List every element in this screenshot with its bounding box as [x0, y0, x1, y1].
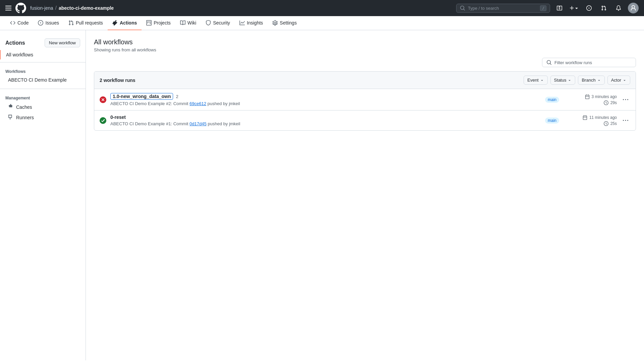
issue-icon: [38, 20, 43, 26]
more-options-button-1[interactable]: [621, 95, 630, 104]
check-circle-icon: [100, 117, 106, 124]
filter-search-icon: [546, 60, 552, 65]
ellipsis-icon: [623, 97, 628, 102]
status-filter-button[interactable]: Status: [550, 76, 576, 85]
tab-insights[interactable]: Insights: [235, 16, 268, 30]
workflow-count: 2 workflow runs: [100, 78, 136, 83]
time-ago-label-2: 11 minutes ago: [589, 115, 617, 120]
sidebar-management-title: Management: [0, 93, 86, 102]
runners-label: Runners: [16, 115, 34, 120]
workflow-run-info: 0-reset ABECTO CI Demo Example #1: Commi…: [110, 115, 541, 126]
projects-icon: [146, 20, 152, 26]
repo-tabs: Code Issues Pull requests Actions Projec…: [0, 16, 644, 30]
tab-settings-label: Settings: [280, 20, 297, 26]
sidebar-item-all-workflows[interactable]: All workflows: [0, 50, 86, 59]
pr-icon: [68, 20, 74, 26]
duration-label: 29s: [610, 100, 617, 105]
actor-filter-button[interactable]: Actor: [607, 76, 630, 85]
tab-actions[interactable]: Actions: [108, 16, 142, 30]
workflow-duration: 29s: [604, 100, 617, 105]
all-workflows-label: All workflows: [6, 52, 33, 57]
github-logo[interactable]: [15, 3, 26, 13]
search-keyboard-shortcut: /: [540, 5, 546, 11]
branch-filter-label: Branch: [582, 78, 595, 83]
hamburger-menu[interactable]: [5, 6, 11, 10]
tab-actions-label: Actions: [120, 20, 137, 26]
commit-hash-link[interactable]: 69ce612: [190, 101, 206, 106]
more-options-button-2[interactable]: [621, 116, 630, 125]
main-content: All workflows Showing runs from all work…: [86, 30, 644, 360]
commit-label-2: Commit: [173, 121, 190, 126]
branch-filter-button[interactable]: Branch: [578, 76, 604, 85]
ellipsis-icon-2: [623, 118, 628, 123]
tab-wiki[interactable]: Wiki: [175, 16, 201, 30]
workflow-run-description: ABECTO CI Demo Example #2: Commit 69ce61…: [110, 101, 240, 106]
page-title: All workflows: [94, 38, 636, 46]
tab-settings[interactable]: Settings: [268, 16, 302, 30]
tab-security[interactable]: Security: [201, 16, 235, 30]
pushed-by: pushed by jmkeil: [208, 101, 240, 106]
tab-issues[interactable]: Issues: [33, 16, 63, 30]
commit-hash-link-2[interactable]: 0d17d45: [190, 121, 207, 126]
tab-wiki-label: Wiki: [187, 20, 196, 26]
tab-code-label: Code: [17, 20, 29, 26]
terminal-button[interactable]: [554, 3, 565, 13]
tab-projects[interactable]: Projects: [142, 16, 175, 30]
x-circle-icon: [100, 96, 106, 103]
new-workflow-button[interactable]: New workflow: [45, 38, 80, 47]
caches-label: Caches: [16, 104, 32, 110]
issues-nav-button[interactable]: [584, 3, 594, 13]
filter-search-input[interactable]: Filter workflow runs: [542, 58, 636, 67]
sidebar-item-runners[interactable]: Runners: [3, 112, 83, 123]
workflow-time-ago: 3 minutes ago: [585, 94, 617, 99]
wiki-icon: [180, 20, 185, 26]
workflow-run-subtitle: ABECTO CI Demo Example #2: Commit 69ce61…: [110, 101, 541, 106]
tab-code[interactable]: Code: [5, 16, 33, 30]
tab-pull-requests[interactable]: Pull requests: [64, 16, 108, 30]
workflow-run-description-2: ABECTO CI Demo Example #1: Commit 0d17d4…: [110, 121, 240, 126]
status-filter-label: Status: [554, 78, 567, 83]
workflow-run-name[interactable]: 1.0-new_wrong_data_own: [110, 93, 173, 100]
issue-nav-icon: [586, 5, 592, 11]
status-success-icon: [100, 117, 106, 124]
workflow-duration-2: 25s: [604, 121, 617, 126]
notifications-button[interactable]: [613, 3, 624, 13]
pr-nav-icon: [601, 5, 606, 11]
settings-icon: [272, 20, 278, 26]
event-filter-label: Event: [527, 78, 538, 83]
cache-icon: [8, 104, 13, 110]
top-nav: fusion-jena / abecto-ci-demo-example Typ…: [0, 0, 644, 16]
branch-badge-2[interactable]: main: [545, 118, 559, 124]
repo-name[interactable]: abecto-ci-demo-example: [59, 5, 114, 11]
workflow-table-header: 2 workflow runs Event Status: [94, 72, 636, 89]
breadcrumb-separator: /: [55, 5, 57, 11]
tab-insights-label: Insights: [247, 20, 263, 26]
global-search[interactable]: Type / to search /: [456, 4, 550, 13]
sidebar-divider-1: [0, 62, 86, 62]
event-filter-button[interactable]: Event: [524, 76, 547, 85]
calendar-icon-2: [583, 115, 587, 120]
pr-nav-button[interactable]: [598, 3, 609, 13]
table-row: 0-reset ABECTO CI Demo Example #1: Commi…: [94, 110, 636, 130]
workflow-run-info: 1.0-new_wrong_data_own 2 ABECTO CI Demo …: [110, 93, 541, 106]
workflow-run-number: 2: [176, 94, 178, 99]
bell-icon: [616, 5, 621, 11]
sidebar-item-caches[interactable]: Caches: [3, 102, 83, 112]
sidebar: Actions New workflow All workflows Workf…: [0, 30, 86, 360]
security-icon: [206, 20, 211, 26]
filter-buttons: Event Status Branch: [524, 76, 630, 85]
sidebar-workflows-title: Workflows: [0, 66, 86, 75]
branch-badge[interactable]: main: [545, 97, 559, 103]
runner-icon: [8, 114, 13, 121]
avatar[interactable]: [628, 3, 639, 13]
tab-issues-label: Issues: [45, 20, 59, 26]
sidebar-item-workflow-1[interactable]: ABECTO CI Demo Example: [3, 75, 83, 85]
user-icon: [630, 5, 637, 11]
workflow-title-row: 1.0-new_wrong_data_own 2: [110, 93, 541, 100]
workflow-run-name-2[interactable]: 0-reset: [110, 115, 126, 120]
status-failure-icon: [100, 96, 106, 103]
table-row: 1.0-new_wrong_data_own 2 ABECTO CI Demo …: [94, 89, 636, 110]
owner-link[interactable]: fusion-jena: [30, 5, 53, 11]
workflow-run-meta: 3 minutes ago 29s: [563, 94, 617, 105]
create-new-button[interactable]: [569, 3, 580, 13]
